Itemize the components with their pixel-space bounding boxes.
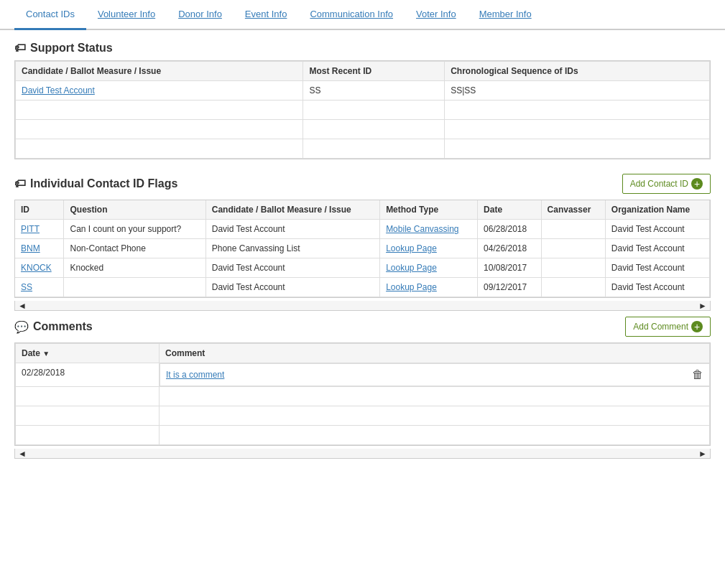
col-canvasser: Canvasser — [541, 200, 605, 220]
comments-header: 💬 Comments Add Comment + — [14, 317, 711, 337]
col-most-recent-id: Most Recent ID — [303, 62, 445, 81]
cell-question-1: Non-Contact Phone — [64, 239, 206, 258]
contact-id-flags-section: 🏷 Individual Contact ID Flags Add Contac… — [14, 174, 711, 311]
table-row-empty-2 — [16, 406, 710, 426]
comment-bubble-icon: 💬 — [14, 320, 29, 334]
table-row-empty-3 — [16, 139, 710, 159]
cell-candidate-3: David Test Account — [206, 278, 379, 297]
contact-id-flags-table-container[interactable]: ID Question Candidate / Ballot Measure /… — [14, 200, 711, 298]
cell-date-2: 10/08/2017 — [478, 258, 542, 278]
id-link-3[interactable]: SS — [21, 282, 32, 292]
support-status-title: 🏷 Support Status — [14, 42, 113, 55]
method-link-1[interactable]: Lookup Page — [386, 243, 437, 253]
contact-id-flags-title: 🏷 Individual Contact ID Flags — [14, 177, 177, 190]
table-row: BNM Non-Contact Phone Phone Canvassing L… — [15, 239, 710, 258]
comments-hscroll[interactable]: ◄ ► — [14, 449, 711, 459]
cell-most-recent-id: SS — [303, 81, 445, 101]
col-candidate2: Candidate / Ballot Measure / Issue — [206, 200, 379, 220]
hscroll-right-arrow[interactable]: ► — [698, 301, 707, 311]
cell-date-3: 09/12/2017 — [478, 278, 542, 297]
comments-table-container: Date ▼ Comment 02/28/2018 It is a commen… — [14, 342, 711, 446]
table-row-empty-1 — [16, 101, 710, 120]
cell-comment-date-0: 02/28/2018 — [16, 363, 160, 387]
support-status-table-container: Candidate / Ballot Measure / Issue Most … — [14, 60, 711, 159]
comments-header-row: Date ▼ Comment — [16, 344, 710, 363]
table-row-empty-2 — [16, 120, 710, 139]
col-org-name: Organization Name — [605, 200, 709, 220]
add-contact-id-button[interactable]: Add Contact ID + — [622, 174, 711, 194]
comments-title: 💬 Comments — [14, 320, 93, 334]
table-row: KNOCK Knocked David Test Account Lookup … — [15, 258, 710, 278]
tab-donor-info[interactable]: Donor Info — [167, 0, 234, 30]
cell-method-2: Lookup Page — [380, 258, 478, 278]
tab-member-info[interactable]: Member Info — [468, 0, 543, 30]
cell-id-3: SS — [15, 278, 64, 297]
sort-desc-icon: ▼ — [42, 350, 50, 358]
contact-id-flags-table: ID Question Candidate / Ballot Measure /… — [15, 200, 710, 297]
cell-canvasser-2 — [541, 258, 605, 278]
cell-candidate: David Test Account — [16, 81, 303, 101]
cell-candidate-2: David Test Account — [206, 258, 379, 278]
contact-id-hscroll[interactable]: ◄ ► — [14, 301, 711, 311]
col-question: Question — [64, 200, 206, 220]
table-row: PITT Can I count on your support? David … — [15, 220, 710, 239]
date-col-label: Date — [22, 348, 40, 358]
comments-section: 💬 Comments Add Comment + Date ▼ — [14, 317, 711, 459]
hscroll-right-arrow-2[interactable]: ► — [698, 449, 707, 459]
plus-circle-icon: + — [691, 178, 703, 190]
tag-icon-2: 🏷 — [14, 177, 26, 190]
add-comment-button[interactable]: Add Comment + — [625, 317, 711, 337]
method-link-2[interactable]: Lookup Page — [386, 263, 437, 273]
page-container: Contact IDs Volunteer Info Donor Info Ev… — [0, 0, 725, 588]
tab-event-info[interactable]: Event Info — [234, 0, 299, 30]
tab-volunteer-info[interactable]: Volunteer Info — [86, 0, 167, 30]
id-link-0[interactable]: PITT — [21, 224, 40, 234]
contact-id-header-row: ID Question Candidate / Ballot Measure /… — [15, 200, 710, 220]
cell-canvasser-1 — [541, 239, 605, 258]
support-status-section: 🏷 Support Status Candidate / Ballot Meas… — [14, 42, 711, 159]
add-comment-label: Add Comment — [633, 322, 688, 332]
hscroll-left-arrow[interactable]: ◄ — [18, 301, 27, 311]
main-content: 🏷 Support Status Candidate / Ballot Meas… — [0, 30, 725, 476]
col-method-type: Method Type — [380, 200, 478, 220]
col-date-header[interactable]: Date ▼ — [16, 344, 160, 363]
tab-communication-info[interactable]: Communication Info — [298, 0, 405, 30]
table-row: SS David Test Account Lookup Page 09/12/… — [15, 278, 710, 297]
add-contact-id-label: Add Contact ID — [630, 179, 688, 189]
cell-chronological: SS|SS — [445, 81, 710, 101]
table-row-empty — [16, 387, 710, 406]
tab-voter-info[interactable]: Voter Info — [405, 0, 468, 30]
col-comment-header: Comment — [160, 344, 710, 363]
cell-method-1: Lookup Page — [380, 239, 478, 258]
delete-comment-icon-0[interactable]: 🗑 — [692, 368, 703, 381]
candidate-link[interactable]: David Test Account — [22, 85, 95, 95]
cell-date-0: 06/28/2018 — [478, 220, 542, 239]
comments-table: Date ▼ Comment 02/28/2018 It is a commen… — [15, 343, 710, 445]
col-id: ID — [15, 200, 64, 220]
method-link-0[interactable]: Mobile Canvassing — [386, 224, 458, 234]
cell-org-3: David Test Account — [605, 278, 709, 297]
cell-candidate-0: David Test Account — [206, 220, 379, 239]
cell-question-3 — [64, 278, 206, 297]
col-chronological: Chronological Sequence of IDs — [445, 62, 710, 81]
support-status-table: Candidate / Ballot Measure / Issue Most … — [15, 61, 710, 159]
col-candidate: Candidate / Ballot Measure / Issue — [16, 62, 303, 81]
cell-question-2: Knocked — [64, 258, 206, 278]
cell-id-2: KNOCK — [15, 258, 64, 278]
cell-org-1: David Test Account — [605, 239, 709, 258]
table-row: 02/28/2018 It is a comment 🗑 — [16, 363, 710, 387]
comment-link-0[interactable]: It is a comment — [166, 370, 224, 380]
hscroll-left-arrow-2[interactable]: ◄ — [18, 449, 27, 459]
contact-id-flags-header: 🏷 Individual Contact ID Flags Add Contac… — [14, 174, 711, 194]
id-link-2[interactable]: KNOCK — [21, 263, 52, 273]
cell-id-0: PITT — [15, 220, 64, 239]
cell-date-1: 04/26/2018 — [478, 239, 542, 258]
table-row: David Test Account SS SS|SS — [16, 81, 710, 101]
cell-comment-text-0: It is a comment 🗑 — [160, 363, 710, 386]
cell-candidate-1: Phone Canvassing List — [206, 239, 379, 258]
method-link-3[interactable]: Lookup Page — [386, 282, 437, 292]
cell-question-0: Can I count on your support? — [64, 220, 206, 239]
tabs-bar: Contact IDs Volunteer Info Donor Info Ev… — [0, 0, 725, 30]
id-link-1[interactable]: BNM — [21, 243, 40, 253]
tab-contact-ids[interactable]: Contact IDs — [14, 0, 86, 30]
